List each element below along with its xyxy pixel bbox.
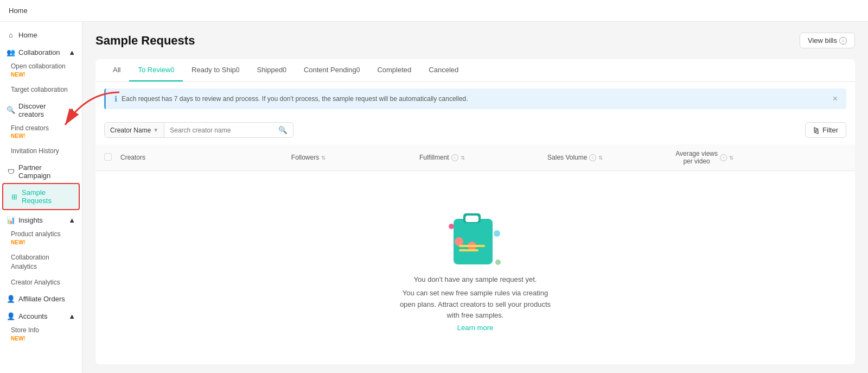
sidebar-item-store-info[interactable]: Store InfoNEW!	[0, 323, 82, 346]
svg-rect-9	[459, 249, 478, 251]
main-content: Sample Requests View bills i All To Revi…	[82, 22, 868, 373]
search-input[interactable]	[164, 123, 273, 137]
affiliate-icon: 👤	[7, 294, 15, 303]
search-group: Creator Name ▼ 🔍	[104, 122, 293, 138]
svg-point-4	[455, 237, 463, 246]
svg-rect-2	[465, 216, 478, 222]
sort-icon-sales: ⇅	[598, 155, 603, 161]
tab-shipped[interactable]: Shipped0	[248, 59, 295, 81]
home-link[interactable]: Home	[9, 7, 28, 15]
chevron-up-icon3: ▲	[68, 216, 75, 224]
empty-state-text: You don't have any sample request yet. Y…	[399, 274, 551, 321]
alert-icon: ℹ	[114, 94, 117, 103]
sidebar-item-collaboration-analytics[interactable]: Collaboration Analytics	[0, 250, 82, 275]
empty-state-description: You can set new free sample rules via cr…	[399, 288, 551, 321]
view-bills-button[interactable]: View bills i	[800, 33, 855, 48]
page-title: Sample Requests	[95, 34, 195, 48]
filter-button[interactable]: ⧎ Filter	[805, 122, 846, 138]
alert-banner: ℹ Each request has 7 days to review and …	[104, 88, 846, 109]
table-header: Creators Followers ⇅ Fulfillment i ⇅ Sal…	[95, 144, 855, 171]
col-header-followers[interactable]: Followers ⇅	[291, 154, 419, 161]
svg-point-7	[495, 260, 501, 265]
empty-state-title: You don't have any sample request yet.	[399, 274, 551, 286]
col-header-fulfillment[interactable]: Fulfillment i ⇅	[419, 154, 547, 161]
sidebar-item-sample-requests[interactable]: ⊞ Sample Requests	[2, 183, 80, 210]
sidebar-section-collaboration[interactable]: 👥 Collaboration ▲	[0, 43, 82, 59]
sort-icon-avg-views: ⇅	[729, 155, 733, 161]
filter-label: Filter	[822, 126, 838, 134]
sort-icon-followers: ⇅	[321, 155, 326, 161]
sort-icon-fulfillment: ⇅	[461, 155, 465, 161]
home-icon: ⌂	[7, 30, 15, 39]
sidebar-item-target-collaboration[interactable]: Target collaboration	[0, 82, 82, 98]
sidebar-item-creator-analytics[interactable]: Creator Analytics	[0, 275, 82, 290]
filter-icon: ⧎	[813, 126, 819, 134]
tab-ready-to-ship[interactable]: Ready to Ship0	[183, 59, 248, 81]
collaboration-icon: 👥	[7, 48, 15, 56]
sidebar-section-insights[interactable]: 📊 Insights ▲	[0, 211, 82, 226]
chevron-up-icon: ▲	[68, 48, 75, 56]
tab-to-review[interactable]: To Review0	[129, 59, 183, 81]
tab-all[interactable]: All	[104, 59, 129, 81]
svg-rect-8	[459, 245, 485, 247]
empty-illustration	[443, 204, 508, 274]
alert-message: Each request has 7 days to review and pr…	[122, 95, 468, 103]
alert-close-button[interactable]: ×	[833, 94, 838, 104]
accounts-icon: 👤	[7, 312, 15, 320]
layout: ⌂ Home 👥 Collaboration ▲ Open collaborat…	[0, 22, 868, 373]
sidebar-item-invitation-history[interactable]: Invitation History	[0, 143, 82, 159]
select-all-checkbox[interactable]	[104, 153, 120, 162]
sidebar-section-partner-campaign[interactable]: 🛡 Partner Campaign	[0, 159, 82, 182]
info-icon-fulfillment: i	[451, 154, 458, 161]
sidebar-item-open-collaboration[interactable]: Open collaborationNEW!	[0, 59, 82, 82]
tabs-bar: All To Review0 Ready to Ship0 Shipped0 C…	[95, 59, 855, 82]
search-icon: 🔍	[278, 126, 288, 134]
svg-point-3	[449, 224, 454, 229]
chevron-up-icon2: ▲	[68, 106, 75, 114]
info-icon: i	[839, 37, 847, 45]
sidebar-item-find-creators[interactable]: Find creatorsNEW!	[0, 121, 82, 144]
sample-requests-icon: ⊞	[10, 192, 18, 201]
empty-state: You don't have any sample request yet. Y…	[95, 171, 855, 364]
discover-icon: 🔍	[7, 106, 15, 115]
tab-canceled[interactable]: Canceled	[420, 59, 467, 81]
sample-requests-card: All To Review0 Ready to Ship0 Shipped0 C…	[95, 59, 855, 364]
col-header-sales-volume[interactable]: Sales Volume i ⇅	[547, 154, 675, 161]
sidebar-section-accounts[interactable]: 👤 Accounts ▲	[0, 307, 82, 323]
sidebar-item-home[interactable]: ⌂ Home	[0, 26, 82, 43]
search-dropdown[interactable]: Creator Name ▼	[105, 123, 164, 137]
info-icon-sales: i	[589, 154, 596, 161]
chevron-down-icon: ▼	[153, 127, 158, 133]
filter-bar: Creator Name ▼ 🔍 ⧎ Filter	[95, 116, 855, 144]
tab-completed[interactable]: Completed	[368, 59, 420, 81]
col-header-creators: Creators	[120, 154, 291, 161]
page-header: Sample Requests View bills i	[95, 33, 855, 48]
search-button[interactable]: 🔍	[273, 123, 293, 137]
view-bills-label: View bills	[808, 36, 837, 45]
learn-more-link[interactable]: Learn more	[457, 324, 493, 332]
sidebar-item-product-analytics[interactable]: Product analyticsNEW!	[0, 226, 82, 250]
col-header-avg-views[interactable]: Average viewsper video i ⇅	[675, 150, 846, 165]
sidebar-section-discover[interactable]: 🔍 Discover creators ▲	[0, 98, 82, 121]
sidebar-item-affiliate-orders[interactable]: 👤 Affiliate Orders	[0, 290, 82, 307]
info-icon-avg-views: i	[720, 154, 727, 161]
campaign-icon: 🛡	[7, 167, 15, 176]
svg-point-6	[494, 230, 500, 237]
tab-content-pending[interactable]: Content Pending0	[295, 59, 369, 81]
insights-icon: 📊	[7, 216, 15, 224]
chevron-up-icon4: ▲	[68, 312, 75, 320]
search-dropdown-label: Creator Name	[110, 127, 151, 134]
sidebar: ⌂ Home 👥 Collaboration ▲ Open collaborat…	[0, 22, 82, 373]
top-bar: Home	[0, 0, 868, 22]
